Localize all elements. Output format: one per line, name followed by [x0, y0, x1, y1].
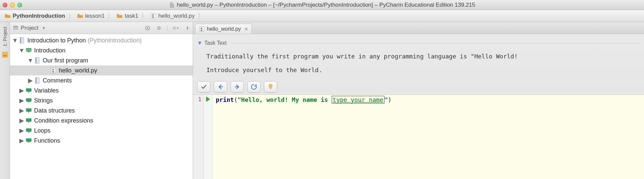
tree-task[interactable]: ▶ Comments: [10, 75, 193, 85]
project-icon: [13, 25, 19, 31]
task-text-body: Traditionally the first program you writ…: [197, 46, 640, 76]
previous-task-button[interactable]: [214, 81, 227, 93]
breadcrumb-item[interactable]: PythonIntroduction: [3, 13, 66, 19]
tree-lesson[interactable]: ▶ Variables: [10, 85, 193, 96]
breadcrumb: PythonIntroduction 〉 lesson1 〉 task1 〉 h…: [0, 10, 644, 22]
next-task-button[interactable]: [230, 81, 244, 93]
tree-label: Variables: [34, 87, 59, 94]
breadcrumb-label: lesson1: [85, 13, 105, 19]
svg-rect-24: [270, 88, 272, 90]
code-string: "Hello, world! My name is: [237, 96, 332, 103]
expand-arrow-icon[interactable]: ▶: [19, 128, 24, 133]
expand-arrow-icon[interactable]: ▶: [19, 138, 24, 143]
window-zoom-button[interactable]: [17, 3, 22, 7]
project-panel: Project ▼ ▾: [10, 22, 193, 179]
python-file-icon: [199, 26, 205, 32]
settings-gear-button[interactable]: ▾: [172, 25, 179, 31]
close-tab-button[interactable]: ✕: [244, 26, 248, 32]
folder-icon: [77, 13, 83, 18]
svg-rect-22: [26, 138, 31, 142]
pycharm-logo-icon: [2, 52, 8, 58]
breadcrumb-item[interactable]: lesson1: [76, 13, 106, 19]
project-panel-header: Project ▼ ▾: [10, 22, 193, 34]
tree-label: Introduction: [34, 47, 65, 54]
breadcrumb-label: PythonIntroduction: [13, 13, 65, 19]
tree-lesson[interactable]: ▶ Data structures: [10, 106, 193, 116]
code-paren: ): [388, 96, 391, 103]
hide-panel-button[interactable]: [183, 25, 190, 31]
svg-text:LESSON: LESSON: [26, 49, 32, 51]
run-icon[interactable]: [206, 97, 210, 102]
code-string: ": [384, 96, 388, 103]
line-number-gutter: 1: [193, 95, 204, 179]
disclosure-triangle-icon: ▼: [197, 40, 202, 46]
tree-lesson[interactable]: ▶ Strings: [10, 96, 193, 106]
svg-rect-2: [2, 52, 8, 58]
tree-lesson[interactable]: ▶ Functions: [10, 136, 193, 146]
project-view-selector[interactable]: Project ▼: [13, 25, 46, 31]
task-text-title: Task Text: [204, 40, 226, 46]
svg-rect-19: [26, 108, 31, 112]
expand-arrow-icon[interactable]: ▼: [28, 58, 33, 63]
folder-icon: [117, 13, 123, 18]
code-paren: (: [234, 96, 237, 103]
expand-arrow-icon[interactable]: ▶: [28, 78, 33, 83]
window-title: hello_world.py – PythonIntroduction – [~…: [177, 2, 475, 8]
check-task-button[interactable]: [197, 81, 210, 93]
project-tree[interactable]: ▼ Introduction to Python (PythonIntroduc…: [10, 34, 193, 179]
tool-window-bar-left: 1: Project: [0, 22, 10, 179]
code-placeholder[interactable]: type your name: [332, 96, 384, 104]
scroll-from-source-button[interactable]: [144, 25, 151, 31]
tree-label: hello_world.py: [59, 67, 97, 74]
tree-label: Comments: [43, 77, 72, 84]
chevron-right-icon: 〉: [68, 11, 74, 20]
breadcrumb-item[interactable]: task1: [115, 13, 140, 19]
breadcrumb-item[interactable]: hello_world.py: [149, 13, 196, 19]
collapse-all-button[interactable]: [156, 25, 162, 31]
tree-file-selected[interactable]: hello_world.py: [10, 65, 193, 75]
svg-rect-13: [35, 57, 36, 63]
window-minimize-button[interactable]: [10, 3, 15, 7]
tree-label: Loops: [34, 127, 50, 134]
lesson-icon: [25, 107, 32, 114]
svg-point-6: [147, 27, 148, 29]
lesson-icon: [25, 127, 32, 134]
tree-label-paren: (PythonIntroduction): [88, 37, 142, 44]
window-close-button[interactable]: [3, 3, 7, 7]
svg-rect-17: [26, 88, 31, 92]
code-editor[interactable]: print("Hello, world! My name is type you…: [212, 95, 644, 179]
run-gutter[interactable]: [204, 95, 212, 179]
lesson-icon: [25, 87, 32, 94]
project-tool-window-tab[interactable]: 1: Project: [2, 27, 8, 46]
expand-arrow-icon[interactable]: ▶: [19, 98, 24, 103]
tree-lesson[interactable]: ▼ LESSON Introduction: [10, 45, 193, 55]
expand-arrow-icon[interactable]: ▶: [19, 118, 24, 123]
svg-point-7: [174, 27, 175, 29]
tree-lesson[interactable]: ▶ Loops: [10, 126, 193, 136]
tree-label: Functions: [34, 137, 60, 144]
expand-arrow-icon[interactable]: ▶: [19, 108, 24, 113]
tree-label: Data structures: [34, 107, 75, 114]
tree-label: Our first program: [43, 57, 88, 64]
tree-root[interactable]: ▼ Introduction to Python (PythonIntroduc…: [10, 35, 193, 45]
reset-task-button[interactable]: [247, 81, 261, 93]
tree-label: Introduction to Python: [27, 37, 86, 44]
task-text-line: Traditionally the first program you writ…: [206, 51, 637, 62]
hint-button[interactable]: [264, 81, 277, 93]
python-file-icon: [50, 67, 57, 74]
expand-arrow-icon[interactable]: ▼: [13, 38, 17, 43]
tree-label: Strings: [34, 97, 53, 104]
tree-lesson[interactable]: ▶ Condition expressions: [10, 116, 193, 126]
task-action-bar: [193, 79, 644, 95]
notebook-icon: [34, 77, 41, 84]
expand-arrow-icon[interactable]: ▶: [19, 88, 24, 93]
svg-rect-20: [26, 118, 31, 122]
editor-tab[interactable]: hello_world.py ✕: [195, 24, 252, 34]
editor-tab-label: hello_world.py: [207, 26, 241, 32]
chevron-right-icon: 〉: [197, 11, 204, 20]
svg-point-1: [153, 14, 153, 14]
lesson-icon: [25, 117, 32, 124]
task-text-header[interactable]: ▼ Task Text: [197, 40, 640, 46]
expand-arrow-icon[interactable]: ▼: [19, 48, 24, 53]
tree-task[interactable]: ▼ Our first program: [10, 55, 193, 65]
